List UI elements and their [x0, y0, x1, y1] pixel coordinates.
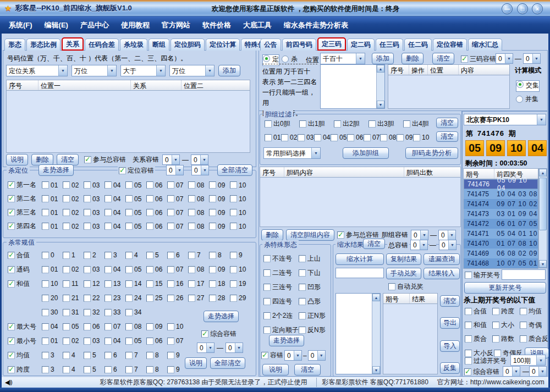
- dan-table-body[interactable]: [260, 178, 461, 227]
- checkbox-12[interactable]: 12: [84, 280, 105, 288]
- checkbox-06[interactable]: 06: [146, 266, 167, 273]
- checkbox-02[interactable]: 02: [63, 223, 84, 230]
- checkbox-7[interactable]: 7: [125, 366, 146, 373]
- table-row[interactable]: 74146810 07 05 01: [464, 258, 538, 268]
- checkbox-03[interactable]: 03: [84, 195, 105, 203]
- update-draw-button[interactable]: 更新开奖号: [464, 282, 546, 294]
- table-row[interactable]: 74147510 04 03 08: [464, 189, 538, 199]
- tab-定二码[interactable]: 定二码: [347, 38, 375, 51]
- checkbox-06[interactable]: 06: [146, 195, 167, 203]
- checkbox-07[interactable]: 07: [105, 323, 125, 330]
- checkbox-09[interactable]: 09: [209, 181, 230, 189]
- special-checkbox[interactable]: 上山: [299, 254, 321, 263]
- special-checkbox[interactable]: 2个2连: [263, 311, 299, 321]
- position-tolerance-checkbox[interactable]: 定位容错: [118, 166, 155, 175]
- relation-help-button[interactable]: 说明: [6, 154, 28, 165]
- lottery-select[interactable]: 北京赛车PK10▼: [464, 114, 546, 125]
- tab-关系[interactable]: 关系: [62, 37, 84, 51]
- total-tolerance-max-select[interactable]: 0▼: [439, 240, 457, 250]
- checkbox-4[interactable]: 4: [125, 251, 146, 259]
- dan-clear-content-button[interactable]: 清空胆组内容: [286, 229, 334, 241]
- checkbox-05[interactable]: 05: [125, 266, 146, 273]
- result-import-button[interactable]: 导入: [440, 340, 460, 352]
- tolerance-max-select[interactable]: 0▼: [191, 154, 208, 165]
- special-checkbox[interactable]: 下山: [299, 268, 321, 278]
- row-toggle-hezhi[interactable]: 合值: [8, 251, 42, 260]
- code-table-body[interactable]: [388, 75, 510, 109]
- tab-任码合差[interactable]: 任码合差: [85, 38, 119, 51]
- checkbox-01[interactable]: 01: [42, 223, 63, 230]
- checkbox-大小[interactable]: 大小: [492, 321, 520, 330]
- checkbox-5[interactable]: 5: [84, 351, 105, 359]
- checkbox-04[interactable]: 04: [105, 209, 125, 217]
- three-code-tolerance-checkbox[interactable]: 三码容错: [461, 54, 496, 64]
- row-toggle-avg[interactable]: 均值: [8, 351, 42, 360]
- table-row[interactable]: 74147409 07 10 02: [464, 199, 538, 209]
- mode-intersect-radio[interactable]: 交集: [516, 80, 540, 92]
- checkbox-08[interactable]: 08: [125, 323, 146, 330]
- draw-number-input[interactable]: [502, 269, 546, 280]
- checkbox-跨度[interactable]: 跨度: [492, 307, 520, 316]
- table-row[interactable]: 74146906 08 02 09: [464, 249, 538, 258]
- special-checkbox[interactable]: 凸形: [299, 297, 321, 306]
- check-result-body[interactable]: [383, 304, 438, 374]
- scroll-up-icon[interactable]: ▲: [539, 169, 547, 176]
- checkbox-34[interactable]: 34: [125, 308, 146, 316]
- checkbox-03[interactable]: 03: [84, 266, 105, 273]
- relation-type-select[interactable]: 定位关系▼: [6, 65, 68, 76]
- kill-regular-help-button[interactable]: 说明: [185, 357, 207, 369]
- total-tolerance-min-select[interactable]: 0▼: [410, 240, 428, 250]
- menu-item-大底工具[interactable]: 大底工具: [243, 20, 272, 30]
- tolerance-min-select[interactable]: 0▼: [284, 350, 302, 361]
- checkbox-5[interactable]: 5: [146, 251, 167, 259]
- checkbox-02[interactable]: 02: [63, 209, 84, 217]
- minimize-button[interactable]: —: [502, 3, 513, 14]
- kill-position-trend-button[interactable]: 走势选择: [38, 164, 74, 176]
- checkbox-8[interactable]: 8: [146, 351, 167, 359]
- checkbox-22[interactable]: 22: [84, 294, 105, 302]
- right-combo-tolerance-checkbox[interactable]: 综合容错: [464, 367, 499, 377]
- miss-query-button[interactable]: 遗漏查询: [424, 253, 460, 265]
- row-toggle-tongma[interactable]: 通码: [8, 265, 42, 274]
- tolerance-min-select[interactable]: 0▼: [197, 343, 215, 353]
- history-scrollbar[interactable]: ▲ ▼: [538, 168, 547, 268]
- speaker-icon[interactable]: ◀)): [5, 379, 12, 386]
- checkbox-24[interactable]: 24: [125, 294, 146, 302]
- special-checkbox[interactable]: 凹形: [299, 283, 321, 292]
- row-toggle-max[interactable]: 最大号: [8, 322, 42, 332]
- special-help-button[interactable]: 说明: [262, 364, 289, 376]
- checkbox-奇偶[interactable]: 奇偶: [520, 321, 547, 330]
- tab-定位计算[interactable]: 定位计算: [206, 38, 240, 51]
- tab-任二码[interactable]: 任二码: [404, 38, 432, 51]
- checkbox-08[interactable]: 08: [380, 134, 397, 141]
- checkbox-06[interactable]: 06: [146, 337, 167, 345]
- result-scrollbar[interactable]: ▲ ▼: [372, 294, 380, 374]
- maximize-button[interactable]: □: [517, 3, 528, 14]
- checkbox-10[interactable]: 10: [167, 323, 188, 330]
- checkbox-07[interactable]: 07: [167, 181, 188, 189]
- checkbox-08[interactable]: 08: [188, 195, 209, 203]
- checkbox-5[interactable]: 5: [84, 366, 105, 373]
- tab-公告[interactable]: 公告: [260, 38, 281, 51]
- checkbox-4[interactable]: 4: [63, 366, 84, 373]
- result-clear-button[interactable]: 清空: [363, 239, 385, 249]
- relation-add-button[interactable]: 添加: [218, 65, 240, 76]
- special-tolerance-checkbox[interactable]: 容错: [261, 351, 283, 360]
- row-toggle-rank3[interactable]: 第三名: [8, 208, 42, 217]
- checkbox-14[interactable]: 14: [125, 280, 146, 288]
- checkbox-02[interactable]: 02: [63, 337, 84, 345]
- checkbox-06[interactable]: 06: [347, 134, 364, 141]
- checkbox-07[interactable]: 07: [167, 209, 188, 217]
- checkbox-出2胆[interactable]: 出2胆: [334, 119, 369, 129]
- scrollbar-thumb[interactable]: [539, 178, 547, 230]
- tab-缩水汇总[interactable]: 缩水汇总: [468, 38, 502, 51]
- history-table-body[interactable]: 74147605 09 10 0474147510 04 03 08741474…: [463, 179, 538, 269]
- checkbox-15[interactable]: 15: [146, 280, 167, 288]
- checkbox-06[interactable]: 06: [146, 223, 167, 230]
- menu-item-使用教程[interactable]: 使用教程: [121, 20, 150, 30]
- tolerance-min-select[interactable]: 0▼: [162, 154, 180, 165]
- checkbox-02[interactable]: 02: [63, 195, 84, 203]
- checkbox-04[interactable]: 04: [105, 337, 125, 345]
- checkbox-合值[interactable]: 合值: [465, 307, 492, 316]
- checkbox-09[interactable]: 09: [397, 134, 413, 141]
